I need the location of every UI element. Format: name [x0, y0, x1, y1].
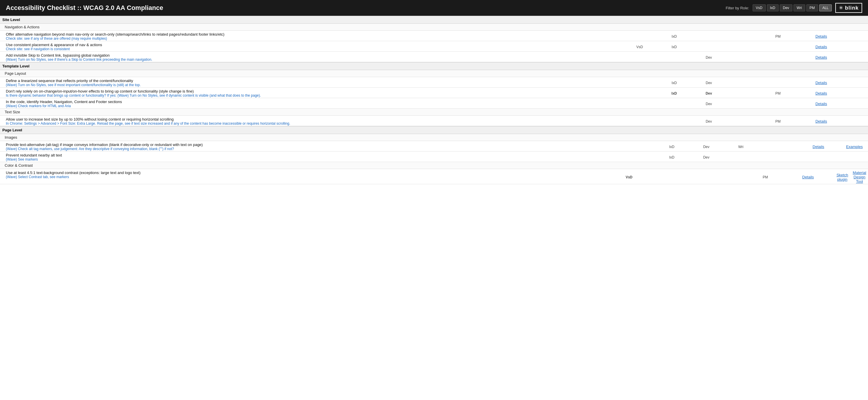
- role-ixd: [657, 98, 691, 109]
- row-main-text: Use at least 4.5:1 text-background contr…: [6, 171, 610, 175]
- row-description: Use consistent placement & appearance of…: [0, 41, 622, 52]
- row-description: Don't rely solely on on-change/on-input/…: [0, 88, 622, 98]
- role-wri: [714, 169, 748, 184]
- extra1-link[interactable]: Examples: [846, 145, 863, 149]
- role-ixd: IxD: [657, 77, 691, 88]
- row-extra2: [865, 88, 868, 98]
- role-ixd: IxD: [657, 88, 691, 98]
- row-description: Define a linearized sequence that reflec…: [0, 77, 622, 88]
- header: Accessibility Checklist :: WCAG 2.0 AA C…: [0, 0, 868, 16]
- role-pm: PM: [761, 116, 795, 126]
- role-dev: Dev: [691, 52, 726, 62]
- row-details: Details: [793, 141, 844, 152]
- role-vsd: [622, 77, 657, 88]
- row-details: Details: [782, 169, 834, 184]
- role-dev: Dev: [689, 141, 723, 152]
- row-extra1: [847, 41, 865, 52]
- blink-asterisk-icon: ✳: [839, 5, 843, 11]
- role-wri: [726, 88, 761, 98]
- row-hint-text: (Wave) Turn on No Styles, see if there's…: [6, 58, 621, 62]
- row-description: Allow user to increase text size by up t…: [0, 116, 622, 126]
- role-vsd: [622, 88, 657, 98]
- row-description: In the code, identify Header, Navigation…: [0, 98, 622, 109]
- section-template-level: Template Level: [0, 62, 868, 70]
- details-link[interactable]: Details: [812, 145, 824, 149]
- row-extra1: [847, 52, 865, 62]
- details-link[interactable]: Details: [815, 55, 827, 60]
- role-ixd: [657, 52, 691, 62]
- filter-btn-dev[interactable]: Dev: [780, 4, 793, 11]
- role-ixd: IxD: [657, 31, 691, 41]
- row-hint-text: (Wave) Select Contrast tab, see markers: [6, 175, 610, 179]
- role-ixd: [646, 169, 680, 184]
- row-details: Details: [795, 98, 847, 109]
- row-description: Use at least 4.5:1 text-background contr…: [0, 169, 612, 184]
- header-right: Filter by Role: VsDIxDDevWriPMALL ✳ blin…: [726, 3, 862, 13]
- details-link[interactable]: Details: [815, 45, 827, 49]
- row-extra1: [847, 98, 865, 109]
- filter-btn-wri[interactable]: Wri: [794, 4, 805, 11]
- row-extra2: [865, 141, 868, 152]
- role-ixd: IxD: [654, 141, 689, 152]
- role-ixd: [657, 116, 691, 126]
- role-wri: [723, 152, 758, 162]
- row-main-text: Prevent redundant nearby alt text: [6, 153, 618, 157]
- role-vsd: [622, 52, 657, 62]
- details-link[interactable]: Details: [815, 119, 827, 123]
- table-row: Prevent redundant nearby alt text(Wave) …: [0, 152, 868, 162]
- role-pm: [761, 98, 795, 109]
- details-link[interactable]: Details: [815, 34, 827, 38]
- filter-btn-vsd[interactable]: VsD: [753, 4, 766, 11]
- role-pm: PM: [761, 88, 795, 98]
- table-page-layout: Define a linearized sequence that reflec…: [0, 77, 868, 109]
- row-details: Details: [795, 116, 847, 126]
- details-link[interactable]: Details: [802, 175, 814, 179]
- row-description: Provide text-alternative (alt-tag) if im…: [0, 141, 620, 152]
- row-extra1: Examples: [844, 141, 865, 152]
- role-vsd: [620, 141, 654, 152]
- role-wri: [726, 52, 761, 62]
- row-extra2: [865, 116, 868, 126]
- row-hint-text: (Wave) See markers: [6, 157, 618, 161]
- table-text-size: Allow user to increase text size by up t…: [0, 116, 868, 126]
- row-extra2: [865, 31, 868, 41]
- role-vsd: VsD: [622, 41, 657, 52]
- role-pm: [761, 52, 795, 62]
- section-site-level: Site Level: [0, 16, 868, 24]
- details-link[interactable]: Details: [815, 81, 827, 85]
- role-vsd: [620, 152, 654, 162]
- role-dev: Dev: [691, 116, 726, 126]
- row-description: Prevent redundant nearby alt text(Wave) …: [0, 152, 620, 162]
- subsection-color-contrast: Color & Contrast: [0, 162, 868, 169]
- role-pm: [761, 41, 795, 52]
- role-pm: PM: [748, 169, 782, 184]
- extra2-link[interactable]: Material Design Tool: [853, 171, 866, 184]
- table-row: Offer alternative navigation beyond main…: [0, 31, 868, 41]
- row-main-text: Offer alternative navigation beyond main…: [6, 32, 621, 36]
- row-hint-text: Check site: see if any of these are offe…: [6, 36, 621, 40]
- filter-btn-ixd[interactable]: IxD: [767, 4, 779, 11]
- role-pm: [758, 152, 793, 162]
- main-content: Site LevelNavigation & ActionsOffer alte…: [0, 16, 868, 184]
- filter-btn-all[interactable]: ALL: [819, 4, 832, 11]
- filter-btn-pm[interactable]: PM: [806, 4, 818, 11]
- page-title: Accessibility Checklist :: WCAG 2.0 AA C…: [6, 4, 163, 12]
- role-vsd: [622, 31, 657, 41]
- role-pm: PM: [761, 31, 795, 41]
- table-row: Define a linearized sequence that reflec…: [0, 77, 868, 88]
- details-link[interactable]: Details: [815, 102, 827, 106]
- row-extra1: [847, 31, 865, 41]
- role-vsd: VsD: [612, 169, 646, 184]
- row-hint-text: In Chrome: Settings > Advanced > Font Si…: [6, 121, 621, 126]
- table-row: Use at least 4.5:1 text-background contr…: [0, 169, 868, 184]
- role-wri: Wri: [723, 141, 758, 152]
- row-extra2: [865, 52, 868, 62]
- role-vsd: [622, 98, 657, 109]
- subsection-images: Images: [0, 134, 868, 141]
- details-link[interactable]: Details: [815, 91, 827, 95]
- role-wri: [726, 41, 761, 52]
- extra1-link[interactable]: Sketch plugin: [836, 173, 848, 182]
- row-extra1: [847, 116, 865, 126]
- table-row: Allow user to increase text size by up t…: [0, 116, 868, 126]
- row-main-text: Define a linearized sequence that reflec…: [6, 79, 621, 83]
